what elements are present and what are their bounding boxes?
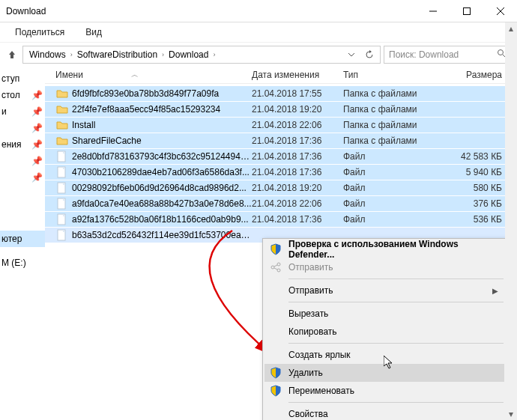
minimize-button[interactable] bbox=[416, 0, 450, 22]
context-defender[interactable]: Проверка с использованием Windows Defend… bbox=[264, 240, 504, 258]
address-dropdown-icon[interactable] bbox=[344, 47, 359, 62]
pin-icon: 📌 bbox=[31, 90, 42, 100]
file-name: 00298092bf6eb06d9d26964d8cad9896d2... bbox=[72, 183, 252, 193]
search-input[interactable]: Поиск: Download bbox=[384, 46, 511, 64]
file-date: 21.04.2018 17:36 bbox=[252, 167, 343, 177]
scroll-down-icon[interactable]: ▾ bbox=[505, 408, 517, 420]
sidebar-item[interactable]: 📌 bbox=[0, 153, 45, 169]
vertical-scrollbar[interactable]: ▴ ▾ bbox=[505, 22, 517, 420]
chevron-right-icon: › bbox=[70, 51, 73, 58]
file-date: 21.04.2018 17:36 bbox=[252, 151, 343, 162]
sidebar-quickaccess[interactable]: ступ bbox=[0, 70, 45, 87]
svg-point-12 bbox=[277, 263, 280, 266]
file-size: 5 940 КБ bbox=[442, 167, 502, 177]
context-separator bbox=[288, 402, 504, 403]
context-send-to[interactable]: Отправить ▶ bbox=[264, 281, 504, 299]
file-icon bbox=[55, 229, 69, 241]
sidebar-item[interactable]: 📌 bbox=[0, 120, 45, 136]
svg-point-13 bbox=[271, 266, 274, 269]
window-title: Download bbox=[6, 6, 416, 16]
close-button[interactable] bbox=[483, 0, 517, 22]
pin-icon: 📌 bbox=[31, 123, 42, 133]
pin-icon: 📌 bbox=[31, 139, 42, 150]
submenu-arrow-icon: ▶ bbox=[492, 287, 498, 295]
file-name: a9fda0ca7e40ea688a88b427b3a0e78d6e8... bbox=[72, 198, 252, 209]
svg-line-15 bbox=[274, 265, 277, 267]
file-name: a92fa1376c528b0a06f18b1166ced0ab9b9... bbox=[72, 214, 252, 225]
context-cut[interactable]: Вырезать bbox=[264, 305, 504, 323]
search-placeholder: Поиск: Download bbox=[389, 49, 459, 60]
maximize-button[interactable] bbox=[450, 0, 483, 22]
sidebar-desktop[interactable]: стол📌 bbox=[0, 87, 45, 103]
sidebar-drive-e[interactable]: M (E:) bbox=[0, 255, 45, 271]
context-separator bbox=[288, 343, 504, 344]
file-type: Файл bbox=[343, 183, 442, 193]
table-row[interactable]: SharedFileCache21.04.2018 17:36Папка с ф… bbox=[45, 133, 517, 148]
breadcrumb-item[interactable]: Download bbox=[166, 48, 211, 61]
file-name: SharedFileCache bbox=[72, 136, 252, 146]
table-row[interactable]: 47030b2106289dae4eb7ad06f3a6586da3f...21… bbox=[45, 164, 517, 180]
pin-icon: 📌 bbox=[31, 172, 42, 183]
nav-up-button[interactable] bbox=[4, 46, 19, 63]
column-header-size[interactable]: Размера bbox=[442, 70, 502, 80]
file-date: 21.04.2018 17:36 bbox=[252, 136, 343, 146]
folder-icon bbox=[55, 135, 69, 147]
table-row[interactable]: a92fa1376c528b0a06f18b1166ced0ab9b9...21… bbox=[45, 211, 517, 227]
svg-point-14 bbox=[277, 269, 280, 272]
menu-view[interactable]: Вид bbox=[85, 27, 102, 37]
file-type: Папка с файлами bbox=[343, 104, 442, 115]
file-icon bbox=[55, 150, 69, 162]
file-name: b63a53d2cd526432f114ee39d1fc53700ea4... bbox=[72, 230, 252, 240]
refresh-icon[interactable] bbox=[362, 47, 377, 62]
file-date: 21.04.2018 17:36 bbox=[252, 214, 343, 225]
share-icon bbox=[269, 261, 282, 274]
context-rename[interactable]: Переименовать bbox=[264, 382, 504, 400]
file-date: 21.04.2018 19:20 bbox=[252, 104, 343, 115]
context-send-disabled: Отправить bbox=[264, 258, 504, 276]
breadcrumb-item[interactable]: Windows bbox=[26, 48, 69, 61]
context-separator bbox=[288, 302, 504, 302]
scroll-up-icon[interactable]: ▴ bbox=[505, 22, 517, 34]
column-header-name[interactable]: Имени︿ bbox=[55, 70, 252, 80]
column-header-type[interactable]: Тип bbox=[343, 70, 442, 80]
table-row[interactable]: 6fd9fbfc893e0ba78bb3d849f77a09fa21.04.20… bbox=[45, 85, 517, 101]
file-type: Папка с файлами bbox=[343, 136, 442, 146]
file-name: 47030b2106289dae4eb7ad06f3a6586da3f... bbox=[72, 167, 252, 177]
file-date: 21.04.2018 17:55 bbox=[252, 88, 343, 99]
table-row[interactable]: a9fda0ca7e40ea688a88b427b3a0e78d6e8...21… bbox=[45, 195, 517, 211]
file-type: Файл bbox=[343, 214, 442, 225]
column-header-date[interactable]: Дата изменения bbox=[252, 70, 343, 80]
context-copy[interactable]: Копировать bbox=[264, 323, 504, 341]
file-date: 21.04.2018 22:06 bbox=[252, 198, 343, 209]
file-size: 580 КБ bbox=[442, 183, 502, 193]
sidebar-thispc[interactable]: ютер bbox=[0, 231, 45, 247]
sidebar-item[interactable]: 📌 bbox=[0, 169, 45, 186]
svg-rect-1 bbox=[463, 7, 470, 14]
shield-icon bbox=[269, 366, 282, 380]
table-row[interactable]: Install21.04.2018 22:06Папка с файлами bbox=[45, 117, 517, 133]
sidebar-downloads[interactable]: и📌 bbox=[0, 103, 45, 120]
shield-icon bbox=[269, 243, 282, 256]
table-row[interactable]: 22f4fe7ef8aaa5ecc94f85ac1529323421.04.20… bbox=[45, 101, 517, 117]
breadcrumb[interactable]: Windows› SoftwareDistribution› Download› bbox=[26, 48, 341, 61]
svg-line-16 bbox=[274, 268, 277, 270]
breadcrumb-item[interactable]: SoftwareDistribution bbox=[74, 48, 160, 61]
sidebar-pictures[interactable]: ения📌 bbox=[0, 136, 45, 153]
file-icon bbox=[55, 213, 69, 225]
file-type: Файл bbox=[343, 198, 442, 209]
context-properties[interactable]: Свойства bbox=[264, 405, 504, 420]
file-icon bbox=[55, 182, 69, 194]
file-size: 42 583 КБ bbox=[442, 151, 502, 162]
file-name: 22f4fe7ef8aaa5ecc94f85ac15293234 bbox=[72, 104, 252, 115]
menu-share[interactable]: Поделиться bbox=[15, 27, 64, 37]
pin-icon: 📌 bbox=[31, 156, 42, 166]
file-name: 6fd9fbfc893e0ba78bb3d849f77a09fa bbox=[72, 88, 252, 99]
file-name: Install bbox=[72, 120, 252, 130]
table-row[interactable]: 2e8d0bfd783163793c4f3bc632c951244949...2… bbox=[45, 148, 517, 164]
address-bar[interactable]: Windows› SoftwareDistribution› Download› bbox=[22, 46, 381, 64]
table-row[interactable]: 00298092bf6eb06d9d26964d8cad9896d2...21.… bbox=[45, 180, 517, 195]
sort-caret-icon: ︿ bbox=[131, 70, 139, 80]
shield-icon bbox=[269, 384, 282, 398]
file-size: 536 КБ bbox=[442, 214, 502, 225]
file-type: Папка с файлами bbox=[343, 88, 442, 99]
